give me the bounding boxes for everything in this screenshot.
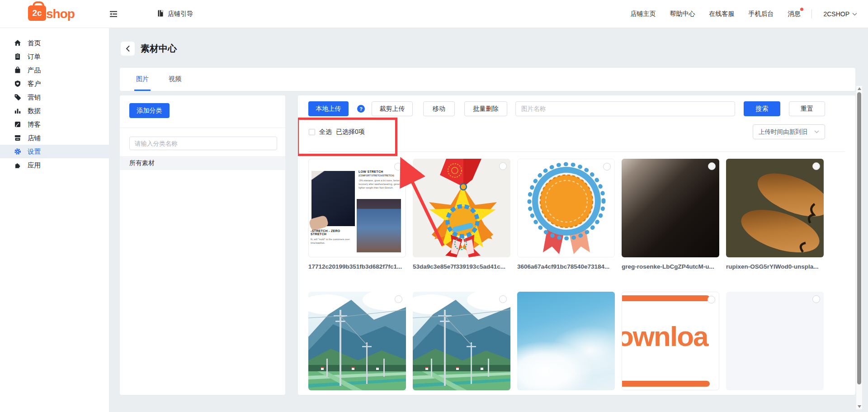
menu-fold-icon[interactable] — [110, 10, 118, 18]
account-menu[interactable]: 2CSHOP — [823, 10, 857, 18]
image-card[interactable] — [517, 292, 615, 390]
select-all-checkbox[interactable] — [309, 129, 315, 135]
sidebar-item-orders[interactable]: 订单 — [0, 50, 109, 63]
image-card[interactable] — [726, 292, 824, 390]
store-guide-label: 店铺引导 — [168, 10, 193, 18]
move-button[interactable]: 移动 — [423, 101, 455, 116]
rosette-graphic — [518, 159, 615, 257]
sidebar-item-data[interactable]: 数据 — [0, 104, 109, 118]
thumbnail-medal[interactable] — [413, 159, 510, 257]
image-name-input[interactable] — [515, 101, 735, 116]
link-messages[interactable]: 消息 — [788, 10, 800, 18]
anime-landscape-graphic — [413, 292, 510, 390]
select-all-label: 全选 — [319, 128, 332, 136]
add-category-button[interactable]: 添加分类 — [129, 103, 170, 118]
denim-body-2: fit, will "mold" to the customers over t… — [311, 238, 356, 245]
select-circle[interactable] — [812, 295, 820, 303]
select-circle[interactable] — [603, 163, 611, 170]
select-circle[interactable] — [394, 163, 402, 170]
scrollbar-thumb[interactable] — [857, 92, 861, 384]
sidebar-label: 数据 — [28, 107, 41, 115]
back-button[interactable] — [121, 42, 135, 56]
thumbnail-blank[interactable] — [726, 292, 824, 390]
sidebar-item-marketing[interactable]: 营销 — [0, 90, 109, 104]
divider — [120, 128, 285, 128]
vertical-scrollbar[interactable] — [856, 86, 862, 409]
sidebar-item-store[interactable]: 店铺 — [0, 131, 109, 145]
local-upload-button[interactable]: 本地上传 — [308, 101, 349, 116]
search-button[interactable]: 搜索 — [744, 101, 780, 116]
sidebar-item-blog[interactable]: 博客 — [0, 118, 109, 131]
image-filename: 53da9c3e85e7f339193c5ad41c... — [413, 263, 510, 270]
anime-landscape-graphic — [308, 292, 406, 390]
thumbnail-dark-leather[interactable] — [622, 159, 719, 257]
download-logo-text: ownloa — [622, 320, 708, 352]
select-circle[interactable] — [708, 296, 715, 303]
blog-icon — [14, 121, 21, 128]
thumbnail-denim-promo[interactable]: LOW STRETCH (COMFORT STRETCH/STRETCH) -3… — [308, 159, 406, 257]
denim-title: LOW STRETCH — [359, 170, 404, 173]
customer-icon — [14, 80, 21, 87]
main-content: 素材中心 图片 视频 添加分类 所有素材 本地上传 ? 裁剪上传 移动 批量删除… — [109, 28, 868, 412]
scrollbar-down-arrow[interactable] — [858, 405, 861, 408]
product-icon — [14, 66, 21, 74]
sidebar-item-products[interactable]: 产品 — [0, 63, 109, 77]
messages-label: 消息 — [788, 10, 800, 17]
image-card[interactable] — [413, 292, 510, 390]
tab-images[interactable]: 图片 — [134, 75, 151, 91]
image-card[interactable]: 3606a67a4cf91bc78540e73184... — [517, 159, 615, 270]
denim-body: -3% elastane, gives a bit more, better r… — [359, 179, 404, 190]
sort-dropdown[interactable]: 上传时间由新到旧 — [753, 124, 825, 139]
select-circle[interactable] — [395, 295, 402, 303]
link-online-service[interactable]: 在线客服 — [709, 10, 734, 18]
help-icon[interactable]: ? — [357, 105, 365, 113]
thumbnail-leather-shoes[interactable] — [726, 159, 824, 257]
annotation-box — [298, 118, 397, 156]
app-logo[interactable]: 2c shop — [28, 5, 75, 21]
thumbnail-rosette[interactable] — [517, 159, 615, 257]
sidebar-label: 博客 — [28, 120, 41, 129]
image-filename: rupixen-OSG5rYIWod0-unspla... — [726, 263, 824, 270]
divider — [308, 152, 845, 152]
category-all-materials[interactable]: 所有素材 — [120, 156, 285, 170]
home-icon — [14, 39, 21, 47]
sort-value: 上传时间由新到旧 — [759, 128, 807, 136]
image-card[interactable]: ownloa — [622, 292, 719, 390]
thumbnail-anime-landscape[interactable] — [413, 292, 510, 390]
batch-delete-button[interactable]: 批量删除 — [464, 101, 507, 116]
sidebar: 首页 订单 产品 客户 营销 — [0, 28, 109, 412]
sidebar-item-customers[interactable]: 客户 — [0, 77, 109, 90]
thumbnail-sky-clouds[interactable] — [517, 292, 615, 390]
thumbnail-download-logo[interactable]: ownloa — [622, 292, 719, 390]
image-card[interactable] — [308, 292, 406, 390]
reset-button[interactable]: 重置 — [789, 101, 825, 116]
sidebar-item-settings[interactable]: 设置 — [0, 145, 109, 158]
image-card[interactable]: greg-rosenke-LbCgZP4utcM-u... — [622, 159, 719, 270]
sidebar-label: 首页 — [28, 39, 41, 47]
thumbnail-anime-landscape[interactable] — [308, 292, 406, 390]
logo-bag-icon: 2c — [28, 5, 46, 21]
select-circle[interactable] — [499, 162, 507, 170]
orange-bar — [622, 381, 710, 387]
sidebar-item-home[interactable]: 首页 — [0, 36, 109, 50]
category-panel: 添加分类 所有素材 — [120, 95, 285, 395]
store-icon — [14, 134, 21, 142]
link-store-home[interactable]: 店铺主页 — [630, 10, 656, 18]
store-guide-link[interactable]: 店铺引导 — [157, 9, 193, 19]
image-card[interactable]: rupixen-OSG5rYIWod0-unspla... — [726, 159, 824, 270]
sidebar-item-apps[interactable]: 应用 — [0, 158, 109, 172]
crop-upload-button[interactable]: 裁剪上传 — [372, 101, 413, 116]
scrollbar-up-arrow[interactable] — [858, 87, 861, 90]
selected-count: 已选择0项 — [336, 128, 365, 136]
category-search-input[interactable] — [129, 137, 277, 150]
link-help-center[interactable]: 帮助中心 — [670, 10, 695, 18]
select-circle[interactable] — [812, 162, 820, 170]
image-card[interactable]: 53da9c3e85e7f339193c5ad41c... — [413, 159, 510, 270]
image-card[interactable]: LOW STRETCH (COMFORT STRETCH/STRETCH) -3… — [308, 159, 406, 270]
link-mobile-admin[interactable]: 手机后台 — [748, 10, 774, 18]
tab-videos[interactable]: 视频 — [167, 75, 183, 91]
book-icon — [157, 9, 164, 19]
account-name: 2CSHOP — [823, 10, 849, 18]
select-circle[interactable] — [708, 162, 716, 170]
select-circle[interactable] — [499, 295, 507, 303]
